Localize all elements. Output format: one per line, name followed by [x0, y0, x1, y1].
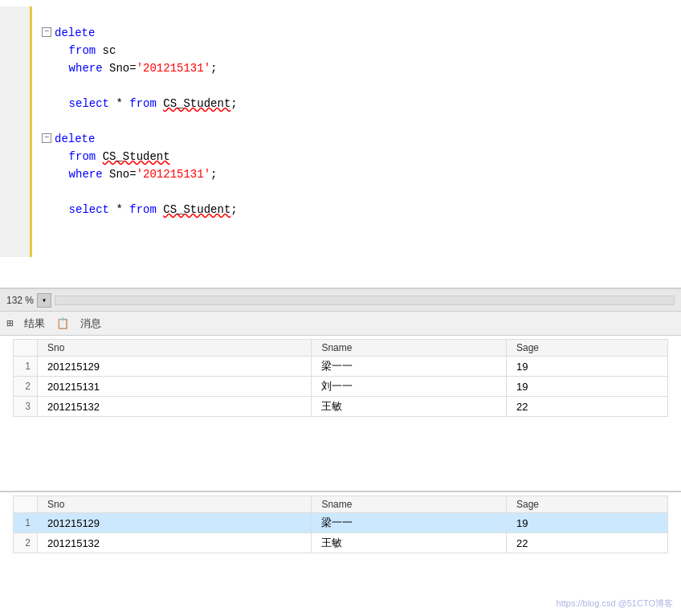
cell-sname: 王敏 [312, 533, 507, 553]
results-area-2: Sno Sname Sage 1 201215129 梁一一 19 2 2012… [0, 492, 681, 616]
messages-icon: 📋 [56, 317, 69, 330]
cell-sage: 19 [506, 357, 667, 377]
results-table-1: Sno Sname Sage 1 201215129 梁一一 19 2 2012… [13, 339, 668, 417]
col-rownum-1 [14, 340, 38, 357]
col-sname-2: Sname [312, 496, 507, 513]
tabs-bar: ⊞ 结果 📋 消息 [0, 312, 681, 336]
cell-sno: 201215131 [38, 377, 312, 397]
table-row[interactable]: 3 201215132 王敏 22 [14, 397, 668, 417]
table-row[interactable]: 2 201215131 刘一一 19 [14, 377, 668, 397]
results-grid-icon: ⊞ [6, 316, 13, 330]
tab-results-label: 结果 [24, 316, 45, 331]
cell-sname: 梁一一 [312, 357, 507, 377]
cell-sno: 201215129 [38, 357, 312, 377]
row-num: 1 [14, 513, 38, 533]
cell-sage: 22 [506, 533, 667, 553]
tab-messages-label: 消息 [80, 316, 101, 331]
col-rownum-2 [14, 496, 38, 513]
cell-sname: 梁一一 [312, 513, 507, 533]
code-editor[interactable]: −delete from sc where Sno='201215131'; s… [0, 0, 681, 289]
table-row[interactable]: 1 201215129 梁一一 19 [14, 357, 668, 377]
collapse-icon-1[interactable]: − [42, 27, 55, 39]
cell-sno: 201215132 [38, 397, 312, 417]
table-row[interactable]: 2 201215132 王敏 22 [14, 533, 668, 553]
col-sage-2: Sage [506, 496, 667, 513]
line-numbers [0, 6, 32, 257]
collapse-icon-2[interactable]: − [42, 133, 55, 145]
row-num: 3 [14, 397, 38, 417]
zoom-dropdown[interactable]: ▾ [37, 293, 51, 308]
cell-sage: 19 [506, 377, 667, 397]
cell-sname: 王敏 [312, 397, 507, 417]
tab-messages[interactable]: 消息 [72, 313, 109, 334]
row-num: 1 [14, 357, 38, 377]
cell-sage: 19 [506, 513, 667, 533]
results-table-2: Sno Sname Sage 1 201215129 梁一一 19 2 2012… [13, 496, 668, 553]
cell-sno: 201215132 [38, 533, 312, 553]
col-sno-2: Sno [38, 496, 312, 513]
code-content[interactable]: −delete from sc where Sno='201215131'; s… [32, 6, 681, 257]
cell-sage: 22 [506, 397, 667, 417]
horizontal-scrollbar[interactable] [55, 296, 675, 305]
col-sno-1: Sno [38, 340, 312, 357]
cell-sno: 201215129 [38, 513, 312, 533]
row-num: 2 [14, 377, 38, 397]
row-num: 2 [14, 533, 38, 553]
table-row[interactable]: 1 201215129 梁一一 19 [14, 513, 668, 533]
col-sname-1: Sname [312, 340, 507, 357]
col-sage-1: Sage [506, 340, 667, 357]
zoom-level: 132 % [6, 295, 34, 306]
tab-results[interactable]: 结果 [16, 313, 53, 334]
status-bar: 132 % ▾ [0, 289, 681, 312]
results-area-1: Sno Sname Sage 1 201215129 梁一一 19 2 2012… [0, 336, 681, 492]
cell-sname: 刘一一 [312, 377, 507, 397]
